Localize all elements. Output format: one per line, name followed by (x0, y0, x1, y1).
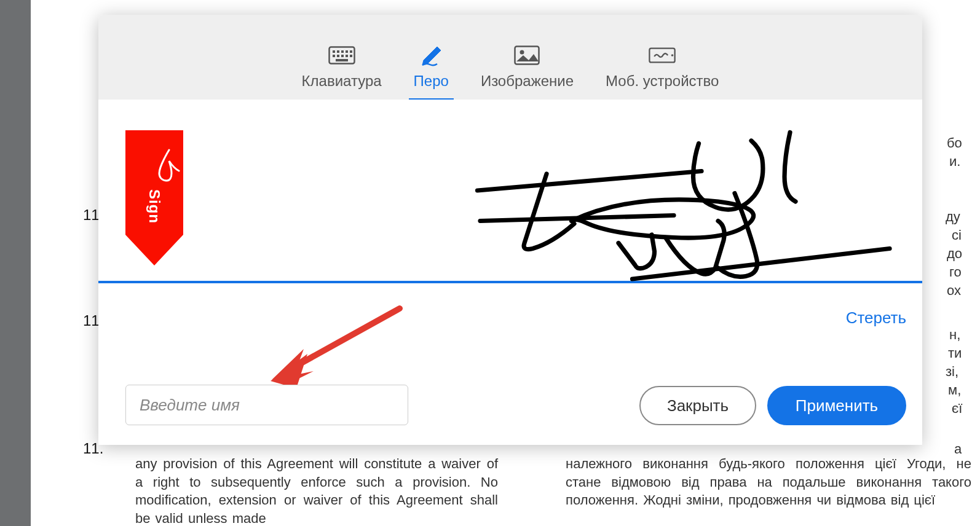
svg-line-16 (289, 308, 400, 370)
svg-marker-17 (272, 349, 314, 382)
svg-rect-12 (515, 47, 539, 65)
doc-right-paragraph: належного виконання будь-якого положення… (566, 455, 971, 509)
doc-left-paragraph: any provision of this Agreement will con… (135, 455, 498, 526)
svg-rect-10 (350, 55, 352, 57)
doc-right-frag: бо (947, 134, 962, 152)
annotation-arrow (258, 302, 430, 388)
svg-rect-7 (337, 55, 339, 57)
keyboard-icon (328, 44, 355, 66)
modal-body: Sign Стереть (98, 100, 922, 445)
tab-keyboard[interactable]: Клавиатура (297, 38, 387, 100)
doc-right-frag: н, (949, 326, 960, 344)
clear-signature-link[interactable]: Стереть (846, 308, 906, 328)
image-icon (513, 44, 540, 66)
doc-right-frag: сі (952, 226, 962, 245)
apply-button[interactable]: Применить (767, 386, 906, 425)
signature-canvas[interactable] (98, 100, 922, 281)
doc-right-frag: єї (952, 399, 962, 418)
svg-rect-9 (346, 55, 348, 57)
tab-label: Моб. устройство (606, 73, 719, 90)
doc-right-frag: зі, (946, 363, 958, 381)
svg-rect-5 (350, 50, 352, 53)
svg-rect-2 (337, 50, 339, 53)
svg-marker-18 (271, 354, 307, 388)
svg-point-13 (520, 50, 524, 55)
doc-right-frag: и. (949, 152, 960, 171)
tab-label: Изображение (481, 73, 574, 90)
tab-label: Клавиатура (302, 73, 382, 90)
svg-rect-3 (341, 50, 344, 53)
signature-baseline (98, 281, 922, 283)
svg-rect-8 (341, 55, 344, 57)
name-input[interactable] (125, 385, 408, 425)
pen-icon (417, 44, 445, 66)
page-gutter (0, 0, 31, 526)
mobile-icon (649, 44, 676, 66)
svg-rect-4 (346, 50, 348, 53)
tab-label: Перо (414, 73, 449, 90)
tab-pen[interactable]: Перо (409, 38, 454, 100)
doc-right-frag: ду (946, 208, 960, 226)
svg-rect-1 (333, 50, 335, 53)
doc-right-frag: м, (948, 381, 961, 399)
tab-image[interactable]: Изображение (476, 38, 579, 100)
svg-rect-6 (333, 55, 335, 57)
doc-right-frag: ти (948, 344, 962, 363)
svg-point-15 (671, 54, 674, 57)
doc-right-frag: ох (947, 281, 961, 300)
doc-right-frag: до (947, 245, 962, 263)
svg-rect-11 (336, 59, 348, 61)
signature-modal: Клавиатура Перо Изображение Моб. устройс… (98, 15, 922, 445)
tab-mobile[interactable]: Моб. устройство (601, 38, 724, 100)
close-button[interactable]: Закрыть (639, 386, 756, 425)
modal-tabbar: Клавиатура Перо Изображение Моб. устройс… (98, 15, 922, 100)
doc-right-frag: го (949, 263, 962, 281)
